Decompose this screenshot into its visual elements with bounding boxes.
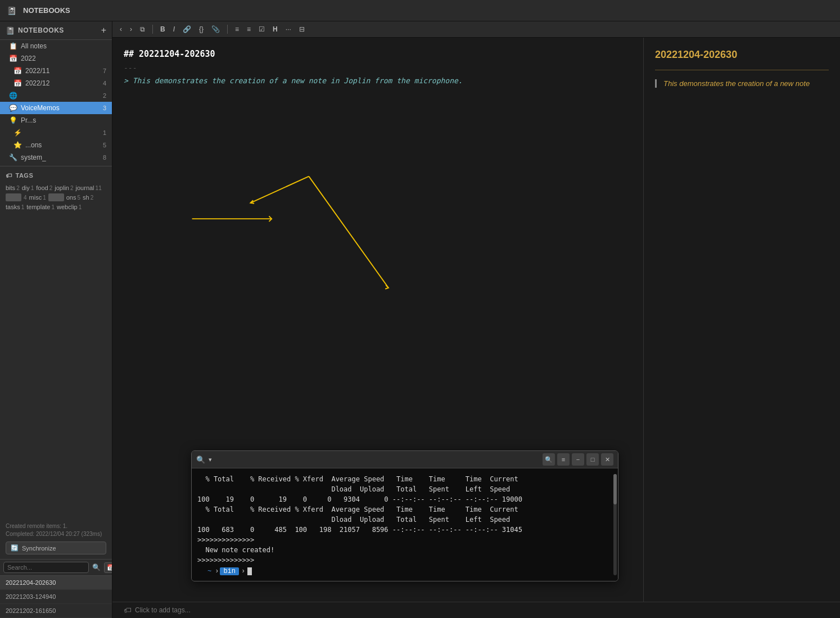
- sidebar-divider-1: [0, 166, 112, 166]
- bullet-list-button[interactable]: ≡: [232, 24, 242, 35]
- year-label: 2022: [21, 55, 36, 62]
- month-2022-12: 2022/12: [25, 79, 49, 87]
- preview-pane: 20221204-202630 This demonstrates the cr…: [643, 38, 840, 602]
- code-button[interactable]: {}: [196, 24, 206, 35]
- ions-count: 5: [103, 142, 106, 148]
- tag-ons[interactable]: ons 5: [66, 193, 80, 201]
- sidebar-item-year-2022[interactable]: 📅 2022: [0, 52, 112, 65]
- calendar-icon-3: 📅: [13, 79, 22, 87]
- terminal-search-button[interactable]: 🔍: [543, 453, 555, 466]
- tag-color-swatch-2[interactable]: [48, 193, 64, 201]
- numbered-list-button[interactable]: ≡: [244, 24, 254, 35]
- external-button[interactable]: ⧉: [137, 24, 148, 35]
- note-item-1[interactable]: 20221204-202630: [0, 576, 112, 590]
- sidebar-item-projects[interactable]: 💡 Pr...s: [0, 114, 112, 127]
- terminal-scrollbar[interactable]: [613, 474, 617, 575]
- terminal-maximize-button[interactable]: □: [586, 453, 599, 466]
- toolbar-icons: 📅 T ☑ ⊟: [104, 562, 112, 573]
- sidebar-item-flash[interactable]: ⚡ 1: [0, 127, 112, 139]
- sidebar-item-internet[interactable]: 🌐 2: [0, 89, 112, 102]
- tags-title: TAGS: [16, 172, 34, 179]
- voicememos-icon: 💬: [9, 104, 17, 112]
- projects-label: Pr...s: [21, 116, 36, 124]
- heading-button[interactable]: H: [270, 24, 281, 35]
- sidebar-bottom: Created remote items: 1. Completed: 2022…: [0, 519, 112, 618]
- terminal-content: % Total % Received % Xferd Average Speed…: [197, 474, 612, 565]
- attach-button[interactable]: 📎: [209, 24, 223, 35]
- terminal-dropdown-button[interactable]: ▾: [209, 456, 212, 463]
- tag-color-swatch[interactable]: [6, 193, 21, 201]
- tag-tasks[interactable]: tasks 1: [6, 204, 24, 210]
- add-notebook-button[interactable]: +: [101, 26, 106, 35]
- terminal-controls: 🔍 ≡ − □ ✕: [543, 453, 613, 466]
- search-bar-area: 🔍 📅 T ☑ ⊟: [0, 559, 112, 575]
- tag-food[interactable]: food 2: [36, 184, 52, 191]
- checklist-editor-button[interactable]: ☑: [256, 24, 268, 35]
- note-item-2[interactable]: 20221203-124940: [0, 590, 112, 604]
- italic-button[interactable]: I: [170, 24, 178, 35]
- notebooks-title: NOTEBOOKS: [18, 26, 64, 34]
- sidebar-item-system[interactable]: 🔧 system_ 8: [0, 151, 112, 164]
- flash-icon: ⚡: [13, 129, 22, 137]
- sidebar-item-2022-11[interactable]: 📅 2022/11 7: [0, 65, 112, 77]
- note-blockquote: > This demonstrates the creation of a ne…: [124, 76, 632, 85]
- terminal-prompt: ~ › bin ›: [197, 567, 612, 575]
- system-count: 8: [103, 154, 106, 161]
- terminal-titlebar: 🔍 ▾ 🔍 ≡ − □ ✕: [192, 451, 618, 468]
- sync-status-line1: Created remote items: 1.: [6, 522, 106, 530]
- tag-diy[interactable]: diy 1: [22, 184, 34, 191]
- terminal-search-icon: 🔍: [196, 455, 205, 464]
- link-button[interactable]: 🔗: [180, 24, 194, 35]
- terminal-dir: bin: [220, 567, 239, 575]
- tag-bits[interactable]: bits 2: [6, 184, 20, 191]
- note-item-3[interactable]: 20221202-161650: [0, 604, 112, 618]
- terminal-menu-button[interactable]: ≡: [557, 453, 570, 466]
- back-button[interactable]: ‹: [117, 24, 125, 35]
- terminal-body[interactable]: % Total % Received % Xferd Average Speed…: [192, 468, 618, 581]
- all-notes-icon: 📋: [9, 42, 17, 50]
- bold-button[interactable]: B: [157, 24, 168, 35]
- app-title: NOTEBOOKS: [23, 6, 70, 15]
- note-list: 20221204-202630 20221203-124940 20221202…: [0, 575, 112, 618]
- tags-grid: bits 2 diy 1 food 2 joplin 2 journal 11 …: [0, 182, 112, 213]
- system-label: system_: [21, 154, 46, 161]
- ions-label: ...ons: [25, 141, 42, 149]
- tag-journal[interactable]: journal 11: [76, 184, 102, 191]
- more-button[interactable]: ···: [283, 24, 294, 35]
- terminal-minimize-button[interactable]: −: [572, 453, 584, 466]
- search-button[interactable]: 🔍: [91, 562, 102, 572]
- calendar-view-button[interactable]: 📅: [104, 562, 112, 573]
- month-2022-11-count: 7: [103, 67, 106, 74]
- sidebar-item-voicememos[interactable]: 💬 VoiceMemos 3: [0, 102, 112, 114]
- search-input[interactable]: [3, 562, 89, 573]
- sidebar-item-ions[interactable]: ⭐ ...ons 5: [0, 139, 112, 151]
- tag-webclip[interactable]: webclip 1: [57, 204, 82, 210]
- toolbar-divider-1: [152, 25, 153, 34]
- tag-template[interactable]: template 1: [26, 204, 55, 210]
- sync-icon: 🔄: [11, 544, 19, 552]
- tag-sh[interactable]: sh 2: [83, 193, 93, 201]
- globe-icon: 🌐: [9, 92, 17, 100]
- split-button[interactable]: ⊟: [296, 24, 308, 35]
- sync-button[interactable]: 🔄 Synchronize: [6, 542, 106, 554]
- sidebar-item-all-notes[interactable]: 📋 All notes: [0, 40, 112, 52]
- preview-divider: [655, 70, 829, 70]
- forward-button[interactable]: ›: [127, 24, 135, 35]
- svg-line-1: [250, 177, 309, 203]
- preview-blockquote: This demonstrates the creation of a new …: [655, 79, 829, 88]
- calendar-icon-2: 📅: [13, 67, 22, 75]
- note-title: ## 20221204-202630: [124, 49, 632, 59]
- preview-title: 20221204-202630: [655, 49, 829, 61]
- terminal-close-button[interactable]: ✕: [601, 453, 613, 466]
- tag-misc[interactable]: misc 1: [29, 193, 46, 201]
- tag-joplin[interactable]: joplin 2: [55, 184, 73, 191]
- tag-4[interactable]: 4: [24, 193, 27, 201]
- top-bar: 📓 NOTEBOOKS: [0, 0, 840, 21]
- sync-label: Synchronize: [22, 545, 56, 552]
- terminal-scrollbar-thumb: [613, 474, 617, 504]
- star-icon: ⭐: [13, 141, 22, 149]
- terminal-prompt-suffix: ›: [241, 567, 245, 575]
- sync-status-line2: Completed: 2022/12/04 20:27 (323ms): [6, 530, 106, 538]
- sidebar-item-2022-12[interactable]: 📅 2022/12 4: [0, 77, 112, 89]
- editor-tags-bar[interactable]: 🏷 Click to add tags...: [112, 602, 840, 618]
